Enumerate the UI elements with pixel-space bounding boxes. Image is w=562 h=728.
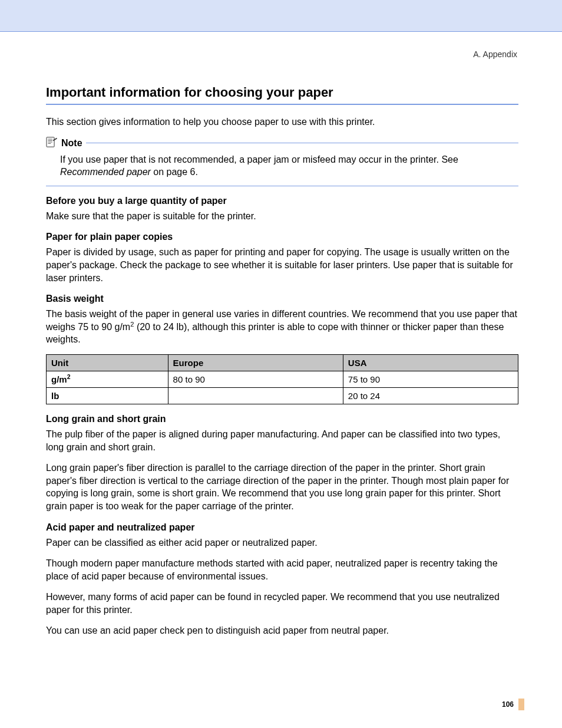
page-number-bar [518, 699, 524, 710]
table-row: g/m2 80 to 90 75 to 90 [47, 371, 518, 387]
td-unit-gm2: g/m2 [47, 371, 168, 387]
table-row: lb 20 to 24 [47, 387, 518, 404]
weight-table: Unit Europe USA g/m2 80 to 90 75 to 90 l… [46, 354, 518, 404]
heading-grain: Long grain and short grain [46, 414, 518, 424]
para-acid-4: You can use an acid paper check pen to d… [46, 624, 518, 637]
th-europe: Europe [168, 354, 343, 371]
para-before-buy: Make sure that the paper is suitable for… [46, 210, 518, 223]
para-acid-3: However, many forms of acid paper can be… [46, 591, 518, 616]
note-text-suffix: on page 6. [151, 167, 198, 177]
note-icon [46, 137, 58, 150]
top-bar [0, 0, 562, 32]
heading-before-buy: Before you buy a large quantity of paper [46, 196, 518, 206]
note-link[interactable]: Recommended paper [60, 167, 151, 177]
heading-plain-paper: Paper for plain paper copies [46, 232, 518, 242]
note-text-prefix: If you use paper that is not recommended… [60, 154, 458, 164]
page-title: Important information for choosing your … [46, 85, 518, 100]
para-basis-weight: The basis weight of the paper in general… [46, 308, 518, 346]
para-plain-paper: Paper is divided by usage, such as paper… [46, 246, 518, 284]
td-unit-lb: lb [47, 387, 168, 404]
td-usa-lb: 20 to 24 [343, 387, 518, 404]
note-label: Note [61, 138, 82, 149]
td-usa-gm2: 75 to 90 [343, 371, 518, 387]
para-acid-2: Though modern paper manufacture methods … [46, 557, 518, 582]
table-header-row: Unit Europe USA [47, 354, 518, 371]
para-grain-2: Long grain paper's fiber direction is pa… [46, 462, 518, 512]
note-body: If you use paper that is not recommended… [46, 150, 518, 182]
title-rule [46, 104, 518, 105]
td-europe-lb [168, 387, 343, 404]
th-usa: USA [343, 354, 518, 371]
note-rule-top [86, 143, 518, 143]
page-number: 106 [502, 700, 514, 709]
note-box: Note If you use paper that is not recomm… [46, 137, 518, 186]
para-grain-1: The pulp fiber of the paper is aligned d… [46, 428, 518, 453]
th-unit: Unit [47, 354, 168, 371]
heading-acid: Acid paper and neutralized paper [46, 522, 518, 533]
heading-basis-weight: Basis weight [46, 294, 518, 304]
para-acid-1: Paper can be classified as either acid p… [46, 536, 518, 549]
breadcrumb: A. Appendix [46, 50, 518, 59]
page-number-wrap: 106 [502, 699, 524, 710]
page-content: A. Appendix Important information for ch… [0, 32, 562, 728]
note-rule-bottom [46, 186, 518, 186]
intro-paragraph: This section gives information to help y… [46, 116, 518, 129]
td-europe-gm2: 80 to 90 [168, 371, 343, 387]
